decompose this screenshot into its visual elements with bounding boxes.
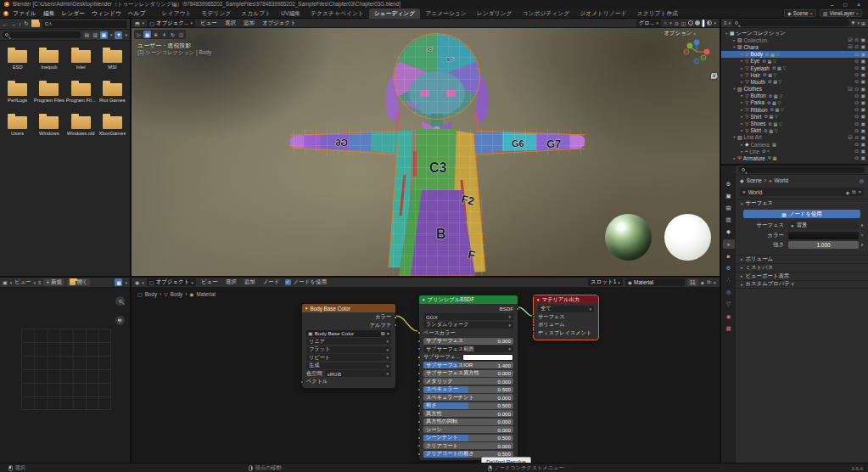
object-name[interactable]: Armature [743,155,765,161]
render-camera-icon[interactable]: ▣ [861,79,865,84]
bsdf-param-row[interactable]: メタリック0.000 メタリック▾ メタリック メタリック [423,378,513,385]
strength-slider[interactable]: 1.000 [788,241,859,249]
collection-checkbox[interactable]: ☑ [848,87,852,92]
pivot-point-icon[interactable]: ⊙ [675,20,679,26]
object-name[interactable]: Camera [750,142,769,148]
viewport-menu-item[interactable]: ビュー [198,20,220,27]
snap-magnet-icon[interactable]: ∩ [664,20,667,25]
close-button[interactable]: × [857,2,860,8]
input-socket[interactable] [532,331,535,334]
users-count-badge[interactable]: 11 [687,278,698,286]
bsdf-param-row[interactable]: 異方性の回転0.000 異方性の回転▾ 異方性の回転 異方性の回転 [423,419,513,425]
object-name[interactable]: Parka [750,99,764,105]
node-output-socket-row[interactable]: カラー [306,314,391,321]
expand-caret[interactable]: ▾ [731,135,737,139]
material-slot-selector[interactable]: スロット1▾ [588,278,623,286]
output-target-dropdown[interactable]: 全て▾ [538,306,594,312]
outliner-row[interactable]: ▸ ▽ Body ⚙ ▦ ▽ ☑ ⊙ [721,51,868,58]
object-name[interactable]: Body [750,51,762,57]
outliner-row[interactable]: ▸ ▽ Parka ⚙ ▦ ▽ ☑ ⊙ [721,99,868,106]
new-folder-icon[interactable] [31,22,40,27]
object-name[interactable]: Collection [743,37,767,43]
render-camera-icon[interactable]: ▣ [861,100,865,105]
material-datablock[interactable]: ◉ Material [625,278,685,286]
options-dropdown[interactable]: オプション▾ [664,30,696,37]
output-socket[interactable] [394,323,397,327]
input-socket[interactable] [417,363,421,367]
input-socket[interactable] [417,428,421,431]
filter-icon[interactable]: ▼ [851,20,856,25]
expand-caret[interactable]: ▾ [724,31,730,36]
folder-item[interactable]: Intel [65,48,97,70]
visibility-eye-icon[interactable]: ⊙ [854,135,859,140]
folder-item[interactable]: Users [2,114,33,136]
path-field[interactable]: C:\ [42,20,127,28]
input-socket[interactable] [417,404,421,407]
menu-item[interactable]: ウィンドウ [88,9,125,18]
zoom-gizmo-icon[interactable] [115,296,125,306]
material-preview-icon[interactable] [702,20,705,27]
properties-tab[interactable]: ▥ [723,216,735,225]
bsdf-param-row[interactable]: クリアコート0.000 クリアコート▾ クリアコート クリアコート [423,442,513,449]
folder-item[interactable]: PerfLogs [2,81,33,103]
pin-icon[interactable]: ◎ [860,177,864,183]
object-name[interactable]: Hair [750,72,760,78]
animate-dot[interactable] [861,244,864,246]
rendered-shading-icon[interactable] [707,20,712,25]
input-socket[interactable] [417,379,421,383]
bsdf-param-row[interactable]: サブサーフェスIOR1.400 サブサーフェスIOR▾ サブサーフェスIOR サ… [423,362,513,368]
expand-caret[interactable]: ▸ [739,149,745,154]
tweak-tool-icon[interactable]: ▷ [135,31,143,38]
viewport-3d[interactable]: ⬒ ▾ ▢ オブジェク...▾ ビュー 選択 追加 オブジェクト グロ...▾ … [132,19,720,276]
viewport-menu-item[interactable]: 選択 [222,20,238,27]
bsdf-param-row[interactable]: サブサーフェ... サブサーフェ...▾ サブサーフェ... サブサーフェ... [423,354,513,361]
expand-caret[interactable]: ▸ [739,143,745,147]
list-view-icon[interactable]: ▤ [83,31,91,39]
animate-dot[interactable] [861,234,864,237]
input-socket[interactable] [417,420,421,424]
visibility-eye-icon[interactable]: ⊙ [854,37,859,42]
chevron-down-icon[interactable]: ▾ [125,32,127,37]
unlink-icon[interactable]: × [856,11,859,16]
outliner-row[interactable]: ▸ ▽ Mouth ⚙ ▦ ▽ ☑ ⊙ [721,78,868,85]
render-camera-icon[interactable]: ▣ [861,149,865,154]
workspace-tab[interactable]: UV編集 [276,8,305,19]
node-dropdown[interactable]: 生成▾ [306,362,391,369]
input-socket[interactable] [417,412,421,415]
render-camera-icon[interactable]: ▣ [861,142,865,147]
hamburger-icon[interactable]: ≡ [38,280,42,285]
node-dropdown[interactable]: ランダムウォーク▾ [423,322,513,329]
copy-icon[interactable]: ⧉ [381,330,384,337]
outliner-row[interactable]: ▸ ▽ Ribbon ⚙ ▦ ▽ ☑ ⊙ [721,106,868,113]
properties-tab[interactable]: ◉ [723,312,735,321]
thumbnail-view-icon[interactable]: ▦ [100,31,108,39]
input-socket[interactable] [417,340,421,343]
filter-icon[interactable]: ▼ [115,31,122,39]
workspace-tab[interactable]: コンポジティング [518,8,575,19]
expand-caret[interactable]: ▸ [739,66,745,70]
bsdf-output-row[interactable]: BSDF [423,306,513,312]
outliner-row[interactable]: ▸ ▽ Eye ⚙ ▦ ▽ ☑ ⊙ [721,58,868,65]
mode-selector[interactable]: ▢ オブジェク...▾ [147,20,195,27]
forward-icon[interactable]: → [11,21,17,27]
properties-tab[interactable]: ⚙ [723,179,735,188]
outliner-row[interactable]: ▸ Ψ Armature Ψ ▦ ☑ ⊙ ▣ [721,155,868,161]
back-icon[interactable]: ← [3,21,8,27]
properties-tab[interactable]: ⚙ [723,263,735,273]
input-socket[interactable] [417,372,421,375]
bsdf-param-row[interactable]: スペキュラー0.500 スペキュラー▾ スペキュラー スペキュラー [423,386,513,393]
animate-dot[interactable] [861,224,864,227]
properties-tab[interactable]: ▤ [723,203,735,212]
image-datablock-row[interactable]: ▣ Body Base Color ⧉ × [306,330,391,337]
collection-checkbox[interactable]: ☑ [848,135,852,140]
select-box-tool-icon[interactable]: ▦ [143,31,151,38]
object-name[interactable]: Line [749,149,759,155]
visibility-eye-icon[interactable]: ⊙ [854,44,859,49]
unlink-icon[interactable]: × [713,280,716,285]
expand-caret[interactable]: ▸ [731,38,737,42]
visibility-eye-icon[interactable]: ⊙ [854,142,859,147]
workspace-tab[interactable]: ジオメトリノード [574,8,632,19]
outliner-row[interactable]: ▸ ▽ Button ⚙ ▦ ▽ ☑ ⊙ [721,93,868,99]
input-socket[interactable] [532,323,535,327]
object-name[interactable]: Clothes [743,86,761,92]
